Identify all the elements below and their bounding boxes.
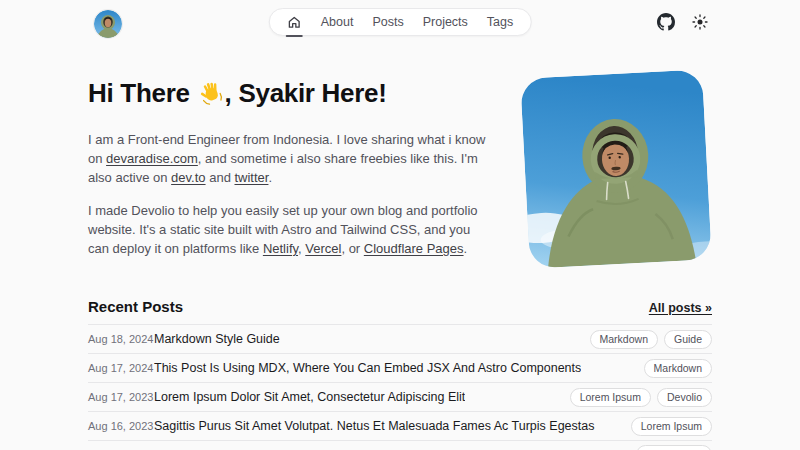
post-tags: Dummy Tag	[626, 445, 712, 450]
github-icon	[657, 13, 675, 31]
recent-posts-section: Recent Posts All posts » Aug 18, 2024 Ma…	[88, 298, 712, 450]
nav-link-posts[interactable]: Posts	[372, 15, 403, 29]
text-run: can deploy it on platforms like	[88, 241, 263, 256]
avatar-photo	[94, 10, 122, 38]
inline-link-twitter[interactable]: twitter	[234, 170, 268, 185]
inline-link-vercel[interactable]: Vercel	[305, 241, 341, 256]
text-run: I made Devolio to help you easily set up…	[88, 203, 478, 218]
hero-paragraph-2: I made Devolio to help you easily set up…	[88, 201, 520, 258]
avatar[interactable]	[94, 10, 122, 38]
post-list-item: Aug 17, 2024 This Post Is Using MDX, Whe…	[88, 353, 712, 382]
text-run: , or	[341, 241, 363, 256]
post-tags: Lorem IpsumDevolio	[560, 388, 712, 407]
site-header: AboutPostsProjectsTags	[88, 0, 712, 46]
hero-text: Hi There	[88, 70, 520, 272]
hero-section: Hi There	[88, 70, 712, 272]
text-run: , and sometime i also share freebies lik…	[198, 151, 478, 166]
inline-link-devaradise-com[interactable]: devaradise.com	[106, 151, 198, 166]
waving-hand-emoji	[198, 80, 224, 113]
hero-paragraph-1: I am a Front-end Engineer from Indonesia…	[88, 130, 520, 187]
theme-toggle-button[interactable]	[692, 14, 708, 30]
tag-pill-markdown[interactable]: Markdown	[644, 359, 712, 378]
github-link[interactable]	[657, 13, 675, 31]
post-list-item: Aug 16, 2023 Sagittis Purus Sit Amet Vol…	[88, 411, 712, 440]
post-date: Aug 16, 2023	[88, 420, 154, 432]
text-run: and	[206, 170, 235, 185]
tag-pill-lorem-ipsum[interactable]: Lorem Ipsum	[570, 388, 651, 407]
nav-link-about[interactable]: About	[321, 15, 354, 29]
text-run: also active on	[88, 170, 171, 185]
all-posts-link[interactable]: All posts »	[649, 301, 712, 315]
tag-pill-guide[interactable]: Guide	[664, 330, 712, 349]
post-date: Aug 17, 2024	[88, 362, 154, 374]
post-title-link[interactable]: Markdown Style Guide	[154, 332, 280, 346]
inline-link-cloudflare-pages[interactable]: Cloudflare Pages	[364, 241, 464, 256]
text-run: website. It's a static site built with A…	[88, 222, 470, 237]
post-tags: Lorem Ipsum	[621, 417, 712, 436]
nav-link-projects[interactable]: Projects	[423, 15, 468, 29]
post-list-item: Aug 17, 2023 Lorem Ipsum Dolor Sit Amet,…	[88, 382, 712, 411]
post-date: Aug 17, 2023	[88, 391, 154, 403]
nav-home-link[interactable]	[287, 15, 302, 30]
portrait-photo	[520, 69, 712, 268]
tag-pill-markdown[interactable]: Markdown	[590, 330, 658, 349]
tag-pill-devolio[interactable]: Devolio	[657, 388, 712, 407]
text-run: .	[268, 170, 272, 185]
text-run: .	[464, 241, 468, 256]
tag-pill-dummy-tag[interactable]: Dummy Tag	[636, 445, 712, 450]
hero-title-pre: Hi There	[88, 78, 190, 108]
page-title: Hi There	[88, 78, 520, 113]
tag-pill-lorem-ipsum[interactable]: Lorem Ipsum	[631, 417, 712, 436]
sun-icon	[692, 14, 708, 30]
home-icon	[287, 15, 302, 30]
post-list-item: Jul 22, 2022 Third Post: How To Become A…	[88, 440, 712, 450]
header-actions	[657, 13, 708, 31]
post-list: Aug 18, 2024 Markdown Style Guide Markdo…	[88, 324, 712, 450]
post-title-link[interactable]: Sagittis Purus Sit Amet Volutpat. Netus …	[154, 419, 595, 433]
text-run: on	[88, 151, 106, 166]
post-title-link[interactable]: This Post Is Using MDX, Where You Can Em…	[154, 361, 581, 375]
main-nav: AboutPostsProjectsTags	[269, 8, 532, 36]
text-run: I am a Front-end Engineer from Indonesia…	[88, 132, 485, 147]
post-list-item: Aug 18, 2024 Markdown Style Guide Markdo…	[88, 324, 712, 353]
hero-title-post: , Syakir Here!	[225, 78, 387, 108]
recent-posts-heading: Recent Posts	[88, 298, 183, 315]
post-title-link[interactable]: Lorem Ipsum Dolor Sit Amet, Consectetur …	[154, 390, 465, 404]
post-tags: MarkdownGuide	[580, 330, 712, 349]
inline-link-netlify[interactable]: Netlify	[263, 241, 298, 256]
post-date: Aug 18, 2024	[88, 333, 154, 345]
inline-link-dev-to[interactable]: dev.to	[171, 170, 205, 185]
post-tags: Markdown	[634, 359, 712, 378]
hero-photo	[520, 69, 712, 268]
nav-link-tags[interactable]: Tags	[487, 15, 513, 29]
